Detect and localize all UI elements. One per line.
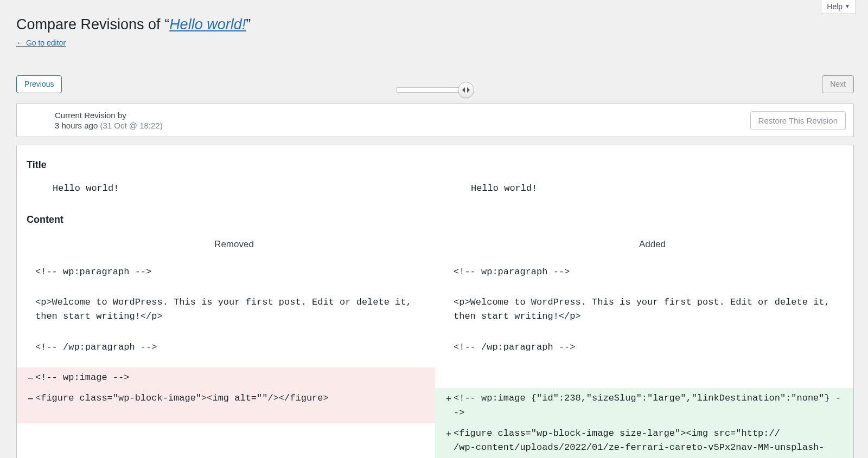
diff-marker-right xyxy=(435,337,451,358)
content-diff-table: Removed Added <!-- wp:paragraph --><!-- … xyxy=(17,233,853,458)
diff-row: <!-- /wp:paragraph --><!-- /wp:paragraph… xyxy=(17,337,853,358)
previous-button[interactable]: Previous xyxy=(16,75,62,93)
diff-text-left xyxy=(33,423,435,458)
diff-marker-right xyxy=(435,367,451,388)
help-button[interactable]: Help ▼ xyxy=(821,0,856,14)
diff-section-content: Content xyxy=(17,199,853,233)
revisions-controls: Previous Next xyxy=(16,75,854,97)
diff-row: <p>Welcome to WordPress. This is your fi… xyxy=(17,292,853,327)
diff-marker-right xyxy=(435,262,451,282)
diff-text-right: <!-- wp:paragraph --> xyxy=(451,262,853,282)
diff-section-title: Title xyxy=(17,155,853,178)
restore-revision-button: Restore This Revision xyxy=(750,111,846,130)
diff-text-left: <!-- wp:paragraph --> xyxy=(33,262,435,282)
diff-text-left: <p>Welcome to WordPress. This is your fi… xyxy=(33,292,435,327)
diff-text-right: <figure class="wp-block-image size-large… xyxy=(451,423,853,458)
revision-slider[interactable] xyxy=(396,82,474,98)
page-title-prefix: Compare Revisions of xyxy=(16,16,164,33)
back-to-editor-link[interactable]: ← Go to editor xyxy=(16,38,66,47)
diff-card: Title Hello world! Hello world! Content … xyxy=(16,145,854,458)
revision-author-label: Current Revision by xyxy=(55,111,163,120)
diff-text-left: <!-- wp:image --> xyxy=(33,367,435,388)
diff-marker-right: + xyxy=(435,423,451,458)
post-title-link[interactable]: Hello world! xyxy=(169,16,246,33)
diff-row: <!-- wp:paragraph --><!-- wp:paragraph -… xyxy=(17,262,853,282)
page-title: Compare Revisions of “Hello world!” xyxy=(16,5,854,35)
diff-marker-right xyxy=(435,292,451,327)
diff-marker-right: + xyxy=(435,388,451,423)
diff-marker-left: − xyxy=(17,367,33,388)
diff-text-left: <figure class="wp-block-image"><img alt=… xyxy=(33,388,435,423)
slider-track[interactable] xyxy=(396,87,461,93)
removed-column-header: Removed xyxy=(33,233,435,261)
title-old: Hello world! xyxy=(33,178,435,199)
title-new: Hello world! xyxy=(451,178,853,199)
diff-text-right xyxy=(451,367,853,388)
diff-text-right: <p>Welcome to WordPress. This is your fi… xyxy=(451,292,853,327)
diff-marker-left xyxy=(17,262,33,282)
diff-row: −<figure class="wp-block-image"><img alt… xyxy=(17,388,853,423)
diff-row: +<figure class="wp-block-image size-larg… xyxy=(17,423,853,458)
diff-row: −<!-- wp:image --> xyxy=(17,367,853,388)
revision-time: 3 hours ago (31 Oct @ 18:22) xyxy=(55,121,163,130)
title-diff-table: Hello world! Hello world! xyxy=(17,178,853,199)
diff-marker-left xyxy=(17,292,33,327)
diff-text-left: <!-- /wp:paragraph --> xyxy=(33,337,435,358)
diff-marker-left xyxy=(17,337,33,358)
diff-text-right: <!-- wp:image {"id":238,"sizeSlug":"larg… xyxy=(451,388,853,423)
next-button: Next xyxy=(822,75,854,93)
diff-marker-left xyxy=(17,423,33,458)
chevron-down-icon: ▼ xyxy=(845,4,850,9)
diff-marker-left: − xyxy=(17,388,33,423)
help-label: Help xyxy=(827,2,843,11)
diff-text-right: <!-- /wp:paragraph --> xyxy=(451,337,853,358)
slider-handle-icon[interactable] xyxy=(458,82,474,98)
revision-meta: Current Revision by 3 hours ago (31 Oct … xyxy=(16,104,854,137)
added-column-header: Added xyxy=(451,233,853,261)
